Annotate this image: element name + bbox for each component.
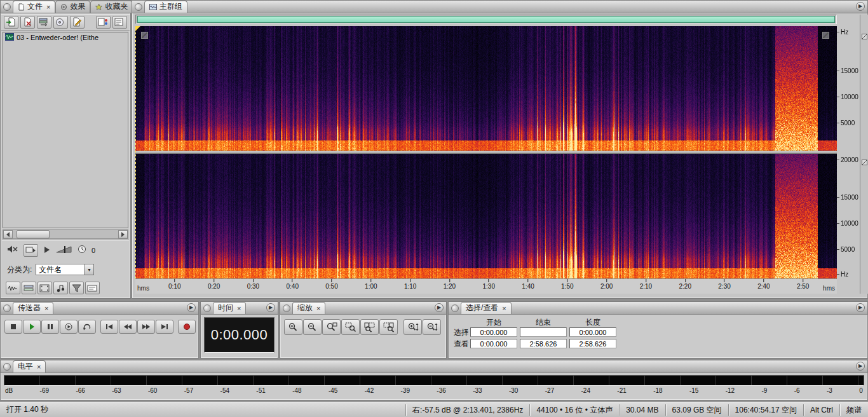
panel-close-icon[interactable]: ×	[37, 364, 41, 370]
scrollbar-thumb[interactable]	[17, 230, 50, 238]
spectrogram-left-channel[interactable]	[135, 26, 837, 151]
selection-handle-icon[interactable]	[822, 32, 829, 39]
dropdown-arrow-icon[interactable]: ▼	[84, 264, 93, 275]
view-end-input[interactable]	[520, 339, 567, 348]
zoom-in-vertical-button[interactable]	[403, 319, 422, 335]
playhead-marker[interactable]	[135, 26, 136, 278]
insert-into-multitrack-button[interactable]	[37, 16, 51, 29]
show-waveforms-toggle[interactable]	[6, 282, 20, 294]
record-button[interactable]	[178, 320, 196, 334]
file-list-hscrollbar[interactable]	[3, 229, 128, 239]
tab-files[interactable]: 文件 ×	[13, 1, 55, 13]
scrollbar-track[interactable]	[13, 230, 118, 238]
preview-device-button[interactable]	[24, 244, 38, 257]
preview-timer-icon[interactable]	[78, 245, 86, 256]
column-header-length: 长度	[569, 317, 616, 328]
zoom-selection-right-button[interactable]	[379, 319, 398, 335]
panel-menu-button[interactable]: ▶	[856, 2, 865, 11]
selection-view-panel: 选择/查看 × ▶ 开始 结束 长度 选择 查看	[448, 301, 868, 359]
preview-play-button[interactable]	[43, 245, 51, 256]
meter-scale-label: -66	[76, 387, 85, 394]
timeline-ruler[interactable]: hms hms 0:100:200:300:400:501:001:101:20…	[135, 278, 837, 294]
panel-close-icon[interactable]: ×	[237, 305, 241, 311]
selection-end-input[interactable]	[520, 327, 567, 337]
time-title-tab[interactable]: 时间 ×	[213, 302, 246, 314]
frequency-ruler-top[interactable]: Hz15000100005000	[837, 26, 860, 151]
file-list[interactable]: 03 - Entweder-oder! (Eithe	[3, 32, 128, 228]
selection-title-tab[interactable]: 选择/查看 ×	[461, 302, 512, 314]
panel-close-icon[interactable]: ×	[44, 305, 48, 311]
vertical-scrollbar[interactable]	[860, 15, 868, 294]
panel-grip-icon[interactable]	[3, 304, 11, 312]
go-to-end-button[interactable]	[156, 320, 173, 334]
vertical-zoom-handle-icon[interactable]	[862, 34, 867, 39]
panel-menu-button[interactable]: ▶	[435, 303, 444, 312]
panel-grip-icon[interactable]	[283, 304, 290, 312]
vertical-zoom-handle-icon[interactable]	[862, 160, 867, 165]
zoom-in-button[interactable]	[284, 319, 302, 335]
rewind-button[interactable]	[119, 320, 137, 334]
preview-volume-slider[interactable]	[56, 245, 72, 256]
panel-grip-icon[interactable]	[3, 363, 11, 371]
insert-into-cd-button[interactable]	[53, 16, 68, 29]
selection-handle-icon[interactable]	[141, 32, 148, 39]
frequency-ruler-bottom[interactable]: 2000015000100005000Hz	[837, 154, 860, 278]
zoom-out-button[interactable]	[303, 319, 322, 335]
show-videos-toggle[interactable]	[37, 282, 52, 294]
meter-scale-label: -45	[329, 387, 337, 394]
zoom-selection-left-button[interactable]	[360, 319, 379, 335]
level-meter[interactable]	[4, 375, 864, 386]
import-file-button[interactable]	[4, 16, 18, 29]
fast-forward-button[interactable]	[137, 320, 155, 334]
panel-grip-icon[interactable]	[451, 304, 459, 312]
edit-file-button[interactable]	[70, 16, 85, 29]
panel-grip-icon[interactable]	[135, 3, 142, 11]
transport-title-tab[interactable]: 传送器 ×	[13, 302, 53, 314]
selection-start-input[interactable]	[470, 327, 517, 337]
show-midi-toggle[interactable]	[53, 282, 68, 294]
panel-close-icon[interactable]: ×	[316, 305, 320, 311]
scroll-right-button[interactable]	[118, 230, 128, 238]
horizontal-zoom-navigator[interactable]	[135, 15, 837, 24]
metadata-toggle[interactable]	[85, 282, 100, 294]
zoom-to-selection-button[interactable]	[341, 319, 360, 335]
levels-title-tab[interactable]: 电平 ×	[13, 360, 46, 373]
panel-grip-icon[interactable]	[3, 3, 11, 11]
view-start-input[interactable]	[470, 339, 517, 348]
filter-toggle[interactable]	[69, 282, 84, 294]
pause-button[interactable]	[41, 320, 59, 334]
mute-speaker-icon[interactable]	[7, 245, 18, 256]
panel-display-options-button[interactable]	[112, 16, 127, 29]
show-options-button[interactable]	[96, 16, 111, 29]
play-from-cursor-button[interactable]	[60, 320, 78, 334]
zoom-out-full-button[interactable]	[322, 319, 341, 335]
scroll-left-button[interactable]	[3, 230, 13, 238]
playhead-top-handle-icon[interactable]	[135, 26, 140, 31]
panel-menu-button[interactable]: ▶	[187, 303, 196, 312]
arrow-left-icon	[6, 232, 10, 237]
panel-close-icon[interactable]: ×	[502, 305, 506, 311]
loop-play-button[interactable]	[78, 320, 96, 334]
tab-favorites[interactable]: 收藏夹	[90, 1, 133, 13]
panel-menu-button[interactable]: ▶	[856, 303, 865, 312]
selection-length-input[interactable]	[569, 327, 616, 337]
tab-effects[interactable]: 效果	[55, 1, 90, 13]
play-button[interactable]	[23, 320, 41, 334]
stop-button[interactable]	[4, 320, 22, 334]
spectrogram-right-channel[interactable]	[135, 154, 837, 278]
panel-menu-button[interactable]: ▶	[266, 303, 275, 312]
tab-close-icon[interactable]: ×	[46, 4, 50, 10]
panel-menu-button[interactable]: ▶	[856, 362, 865, 371]
go-to-start-button[interactable]	[100, 320, 118, 334]
close-file-button[interactable]	[20, 16, 35, 29]
zoom-out-vertical-button[interactable]	[423, 319, 441, 335]
zoom-title-tab[interactable]: 缩放 ×	[292, 302, 325, 314]
panel-grip-icon[interactable]	[203, 304, 211, 312]
file-list-item[interactable]: 03 - Entweder-oder! (Eithe	[3, 32, 128, 43]
sort-dropdown[interactable]: 文件名 ▼	[36, 264, 94, 275]
view-length-input[interactable]	[569, 339, 616, 348]
timeline-tick: 0:50	[325, 279, 337, 290]
tab-main-group[interactable]: 主群组	[144, 1, 187, 13]
navigator-range-bar[interactable]	[137, 16, 835, 23]
show-sessions-toggle[interactable]	[22, 282, 36, 294]
